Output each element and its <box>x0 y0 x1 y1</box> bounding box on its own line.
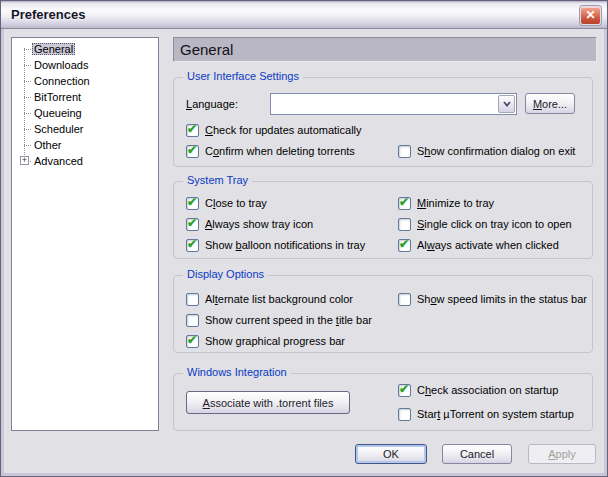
cancel-button[interactable]: Cancel <box>442 444 512 464</box>
close-icon: ✕ <box>585 8 595 22</box>
checkbox-label: Check association on startup <box>417 384 558 396</box>
group-user-interface-settings: User Interface Settings Language: More..… <box>173 77 593 167</box>
confirm-exit-checkbox[interactable]: Show confirmation dialog on exit <box>398 144 575 158</box>
expand-plus-icon[interactable]: + <box>20 156 29 165</box>
checkbox-icon[interactable] <box>186 197 199 210</box>
close-button[interactable]: ✕ <box>580 6 601 25</box>
confirm-delete-checkbox[interactable]: Confirm when deleting torrents <box>186 144 355 158</box>
sidebar-item-bittorrent[interactable]: BitTorrent <box>12 89 158 105</box>
group-system-tray: System Tray Close to tray Always show tr… <box>173 181 593 259</box>
group-caption: User Interface Settings <box>183 70 303 82</box>
sidebar-item-connection[interactable]: Connection <box>12 73 158 89</box>
checkbox-label: Minimize to tray <box>417 197 494 209</box>
associate-torrent-button[interactable]: Associate with .torrent files <box>186 391 350 414</box>
sidebar-item-scheduler[interactable]: Scheduler <box>12 121 158 137</box>
apply-button: Apply <box>528 444 596 464</box>
checkbox-label: Always activate when clicked <box>417 239 559 251</box>
checkbox-label: Always show tray icon <box>205 218 313 230</box>
checkbox-label: Show balloon notifications in tray <box>205 239 365 251</box>
checkbox-icon[interactable] <box>186 239 199 252</box>
checkbox-label: Alternate list background color <box>205 293 353 305</box>
sidebar-item-general[interactable]: General <box>12 41 158 57</box>
more-button[interactable]: More... <box>525 93 575 114</box>
sidebar-item-queueing[interactable]: Queueing <box>12 105 158 121</box>
checkbox-icon[interactable] <box>398 408 411 421</box>
checkbox-icon[interactable] <box>186 145 199 158</box>
checkbox-label: Single click on tray icon to open <box>417 218 572 230</box>
checkbox-icon[interactable] <box>186 124 199 137</box>
minimize-to-tray-checkbox[interactable]: Minimize to tray <box>398 196 494 210</box>
checkbox-icon[interactable] <box>398 293 411 306</box>
checkbox-icon[interactable] <box>398 197 411 210</box>
checkbox-icon[interactable] <box>398 239 411 252</box>
preferences-dialog: Preferences ✕ General Downloads Connecti… <box>0 0 608 477</box>
language-select[interactable] <box>270 93 517 115</box>
close-to-tray-checkbox[interactable]: Close to tray <box>186 196 267 210</box>
always-show-tray-icon-checkbox[interactable]: Always show tray icon <box>186 217 313 231</box>
group-caption: System Tray <box>183 174 252 186</box>
window-title: Preferences <box>11 7 85 22</box>
checkbox-icon[interactable] <box>186 314 199 327</box>
group-caption: Windows Integration <box>183 366 291 378</box>
sidebar-item-downloads[interactable]: Downloads <box>12 57 158 73</box>
checkbox-label: Confirm when deleting torrents <box>205 145 355 157</box>
graphical-progress-checkbox[interactable]: Show graphical progress bar <box>186 334 345 348</box>
alternate-list-bg-checkbox[interactable]: Alternate list background color <box>186 292 353 306</box>
group-caption: Display Options <box>183 268 268 280</box>
checkbox-label: Show confirmation dialog on exit <box>417 145 575 157</box>
checkbox-label: Show graphical progress bar <box>205 335 345 347</box>
balloon-notifications-checkbox[interactable]: Show balloon notifications in tray <box>186 238 365 252</box>
group-display-options: Display Options Alternate list backgroun… <box>173 275 593 353</box>
speed-limits-statusbar-checkbox[interactable]: Show speed limits in the status bar <box>398 292 587 306</box>
group-windows-integration: Windows Integration Associate with .torr… <box>173 373 593 431</box>
checkbox-label: Check for updates automatically <box>205 124 362 136</box>
checkbox-icon[interactable] <box>186 335 199 348</box>
single-click-open-checkbox[interactable]: Single click on tray icon to open <box>398 217 572 231</box>
checkbox-label: Show current speed in the title bar <box>205 314 372 326</box>
checkbox-icon[interactable] <box>398 218 411 231</box>
check-association-checkbox[interactable]: Check association on startup <box>398 383 558 397</box>
chevron-down-icon[interactable] <box>498 95 515 113</box>
checkbox-icon[interactable] <box>186 293 199 306</box>
checkbox-icon[interactable] <box>186 218 199 231</box>
speed-in-title-checkbox[interactable]: Show current speed in the title bar <box>186 313 372 327</box>
checkbox-label: Show speed limits in the status bar <box>417 293 587 305</box>
title-bar[interactable]: Preferences ✕ <box>1 1 607 29</box>
ok-button[interactable]: OK <box>355 444 427 464</box>
sidebar-item-other[interactable]: Other <box>12 137 158 153</box>
checkbox-icon[interactable] <box>398 145 411 158</box>
page-title: General <box>173 37 597 62</box>
check-updates-checkbox[interactable]: Check for updates automatically <box>186 123 362 137</box>
start-on-startup-checkbox[interactable]: Start µTorrent on system startup <box>398 407 574 421</box>
sidebar-item-advanced[interactable]: + Advanced <box>12 153 158 169</box>
category-tree: General Downloads Connection BitTorrent … <box>11 37 159 431</box>
checkbox-label: Close to tray <box>205 197 267 209</box>
checkbox-label: Start µTorrent on system startup <box>417 408 574 420</box>
always-activate-checkbox[interactable]: Always activate when clicked <box>398 238 559 252</box>
language-label: Language: <box>186 98 238 110</box>
checkbox-icon[interactable] <box>398 384 411 397</box>
